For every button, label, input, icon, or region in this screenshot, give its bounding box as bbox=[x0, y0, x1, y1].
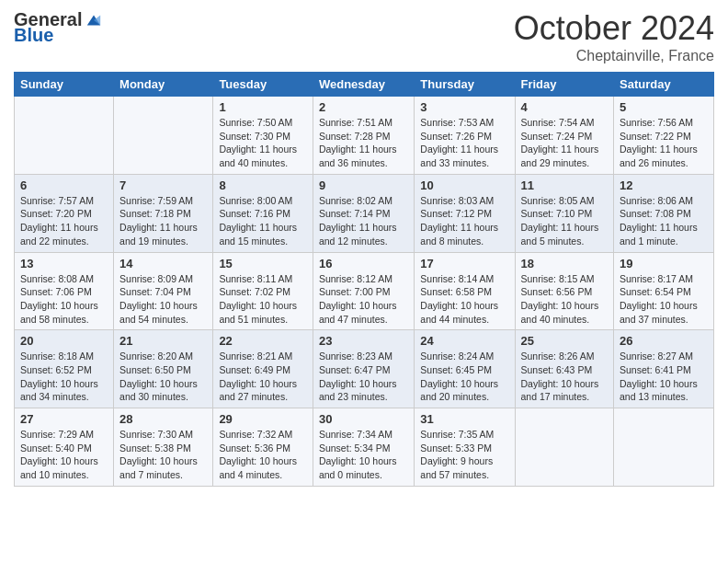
calendar-cell: 20Sunrise: 8:18 AMSunset: 6:52 PMDayligh… bbox=[15, 330, 114, 408]
day-number: 7 bbox=[119, 178, 207, 192]
day-number: 2 bbox=[319, 100, 408, 114]
day-number: 31 bbox=[420, 412, 508, 426]
day-info: Sunrise: 8:03 AMSunset: 7:12 PMDaylight:… bbox=[420, 194, 508, 248]
weekday-header-monday: Monday bbox=[114, 73, 213, 97]
day-info: Sunrise: 7:56 AMSunset: 7:22 PMDaylight:… bbox=[620, 116, 708, 170]
day-info: Sunrise: 7:32 AMSunset: 5:36 PMDaylight:… bbox=[219, 428, 307, 482]
day-number: 11 bbox=[521, 178, 609, 192]
day-number: 17 bbox=[420, 257, 508, 270]
day-number: 21 bbox=[119, 334, 207, 348]
weekday-header-wednesday: Wednesday bbox=[313, 73, 414, 97]
day-number: 10 bbox=[420, 178, 508, 192]
header: General Blue October 2024 Cheptainville,… bbox=[14, 9, 714, 64]
day-info: Sunrise: 8:12 AMSunset: 7:00 PMDaylight:… bbox=[319, 272, 408, 327]
weekday-header-row: SundayMondayTuesdayWednesdayThursdayFrid… bbox=[15, 73, 714, 97]
day-number: 15 bbox=[219, 257, 307, 270]
weekday-header-friday: Friday bbox=[515, 73, 614, 97]
day-number: 26 bbox=[620, 334, 708, 348]
day-info: Sunrise: 7:54 AMSunset: 7:24 PMDaylight:… bbox=[521, 116, 609, 170]
weekday-header-thursday: Thursday bbox=[415, 73, 515, 97]
calendar-cell: 23Sunrise: 8:23 AMSunset: 6:47 PMDayligh… bbox=[313, 330, 414, 408]
calendar-cell: 10Sunrise: 8:03 AMSunset: 7:12 PMDayligh… bbox=[415, 174, 515, 252]
day-info: Sunrise: 8:02 AMSunset: 7:14 PMDaylight:… bbox=[319, 194, 408, 248]
day-number: 4 bbox=[521, 100, 609, 114]
day-number: 18 bbox=[521, 257, 609, 270]
day-number: 1 bbox=[219, 100, 307, 114]
calendar-cell: 24Sunrise: 8:24 AMSunset: 6:45 PMDayligh… bbox=[415, 330, 515, 408]
day-number: 14 bbox=[119, 257, 207, 270]
page: General Blue October 2024 Cheptainville,… bbox=[0, 0, 728, 500]
calendar-cell: 30Sunrise: 7:34 AMSunset: 5:34 PMDayligh… bbox=[313, 408, 414, 487]
day-info: Sunrise: 8:26 AMSunset: 6:43 PMDaylight:… bbox=[521, 350, 609, 404]
day-number: 6 bbox=[20, 178, 108, 192]
day-info: Sunrise: 8:15 AMSunset: 6:56 PMDaylight:… bbox=[521, 272, 609, 327]
calendar-cell: 5Sunrise: 7:56 AMSunset: 7:22 PMDaylight… bbox=[614, 97, 714, 175]
title-area: October 2024 Cheptainville, France bbox=[514, 9, 714, 64]
calendar-cell: 16Sunrise: 8:12 AMSunset: 7:00 PMDayligh… bbox=[313, 252, 414, 330]
day-info: Sunrise: 7:59 AMSunset: 7:18 PMDaylight:… bbox=[119, 194, 207, 248]
calendar-cell: 8Sunrise: 8:00 AMSunset: 7:16 PMDaylight… bbox=[213, 174, 313, 252]
day-info: Sunrise: 7:57 AMSunset: 7:20 PMDaylight:… bbox=[20, 194, 108, 248]
calendar-cell: 11Sunrise: 8:05 AMSunset: 7:10 PMDayligh… bbox=[515, 174, 614, 252]
day-info: Sunrise: 8:27 AMSunset: 6:41 PMDaylight:… bbox=[620, 350, 708, 404]
logo: General Blue bbox=[14, 9, 102, 46]
day-number: 22 bbox=[219, 334, 307, 348]
calendar-cell: 2Sunrise: 7:51 AMSunset: 7:28 PMDaylight… bbox=[313, 97, 414, 175]
day-number: 16 bbox=[319, 257, 408, 270]
day-number: 8 bbox=[219, 178, 307, 192]
day-number: 28 bbox=[119, 412, 207, 426]
calendar-cell: 22Sunrise: 8:21 AMSunset: 6:49 PMDayligh… bbox=[213, 330, 313, 408]
calendar-cell: 14Sunrise: 8:09 AMSunset: 7:04 PMDayligh… bbox=[114, 252, 213, 330]
day-info: Sunrise: 8:23 AMSunset: 6:47 PMDaylight:… bbox=[319, 350, 408, 404]
day-number: 12 bbox=[620, 178, 708, 192]
day-info: Sunrise: 8:08 AMSunset: 7:06 PMDaylight:… bbox=[20, 272, 108, 327]
day-number: 25 bbox=[521, 334, 609, 348]
calendar-cell: 19Sunrise: 8:17 AMSunset: 6:54 PMDayligh… bbox=[614, 252, 714, 330]
location-subtitle: Cheptainville, France bbox=[514, 48, 714, 64]
day-info: Sunrise: 8:09 AMSunset: 7:04 PMDaylight:… bbox=[119, 272, 207, 327]
calendar-cell bbox=[114, 97, 213, 175]
day-number: 29 bbox=[219, 412, 307, 426]
calendar-cell: 18Sunrise: 8:15 AMSunset: 6:56 PMDayligh… bbox=[515, 252, 614, 330]
calendar-cell: 29Sunrise: 7:32 AMSunset: 5:36 PMDayligh… bbox=[213, 408, 313, 487]
day-number: 30 bbox=[319, 412, 408, 426]
day-number: 24 bbox=[420, 334, 508, 348]
calendar-cell: 15Sunrise: 8:11 AMSunset: 7:02 PMDayligh… bbox=[213, 252, 313, 330]
day-info: Sunrise: 7:34 AMSunset: 5:34 PMDaylight:… bbox=[319, 428, 408, 482]
calendar-cell: 25Sunrise: 8:26 AMSunset: 6:43 PMDayligh… bbox=[515, 330, 614, 408]
day-info: Sunrise: 8:06 AMSunset: 7:08 PMDaylight:… bbox=[620, 194, 708, 248]
day-number: 23 bbox=[319, 334, 408, 348]
day-number: 9 bbox=[319, 178, 408, 192]
calendar-cell: 21Sunrise: 8:20 AMSunset: 6:50 PMDayligh… bbox=[114, 330, 213, 408]
calendar-week-5: 27Sunrise: 7:29 AMSunset: 5:40 PMDayligh… bbox=[15, 408, 714, 487]
calendar-cell bbox=[515, 408, 614, 487]
day-info: Sunrise: 8:24 AMSunset: 6:45 PMDaylight:… bbox=[420, 350, 508, 404]
day-number: 19 bbox=[620, 257, 708, 270]
calendar-cell: 6Sunrise: 7:57 AMSunset: 7:20 PMDaylight… bbox=[15, 174, 114, 252]
calendar-cell: 28Sunrise: 7:30 AMSunset: 5:38 PMDayligh… bbox=[114, 408, 213, 487]
calendar-cell: 17Sunrise: 8:14 AMSunset: 6:58 PMDayligh… bbox=[415, 252, 515, 330]
day-number: 13 bbox=[20, 257, 108, 270]
calendar-cell: 7Sunrise: 7:59 AMSunset: 7:18 PMDaylight… bbox=[114, 174, 213, 252]
day-info: Sunrise: 8:11 AMSunset: 7:02 PMDaylight:… bbox=[219, 272, 307, 327]
day-info: Sunrise: 8:21 AMSunset: 6:49 PMDaylight:… bbox=[219, 350, 307, 404]
day-info: Sunrise: 8:18 AMSunset: 6:52 PMDaylight:… bbox=[20, 350, 108, 404]
calendar-cell: 26Sunrise: 8:27 AMSunset: 6:41 PMDayligh… bbox=[614, 330, 714, 408]
day-info: Sunrise: 7:35 AMSunset: 5:33 PMDaylight:… bbox=[420, 428, 508, 482]
calendar-week-1: 1Sunrise: 7:50 AMSunset: 7:30 PMDaylight… bbox=[15, 97, 714, 175]
calendar-week-2: 6Sunrise: 7:57 AMSunset: 7:20 PMDaylight… bbox=[15, 174, 714, 252]
calendar-cell: 3Sunrise: 7:53 AMSunset: 7:26 PMDaylight… bbox=[415, 97, 515, 175]
logo-blue-text: Blue bbox=[14, 25, 53, 46]
day-number: 3 bbox=[420, 100, 508, 114]
day-info: Sunrise: 7:53 AMSunset: 7:26 PMDaylight:… bbox=[420, 116, 508, 170]
calendar-week-3: 13Sunrise: 8:08 AMSunset: 7:06 PMDayligh… bbox=[15, 252, 714, 330]
weekday-header-saturday: Saturday bbox=[614, 73, 714, 97]
weekday-header-sunday: Sunday bbox=[15, 73, 114, 97]
weekday-header-tuesday: Tuesday bbox=[213, 73, 313, 97]
calendar-cell: 4Sunrise: 7:54 AMSunset: 7:24 PMDaylight… bbox=[515, 97, 614, 175]
calendar-cell: 12Sunrise: 8:06 AMSunset: 7:08 PMDayligh… bbox=[614, 174, 714, 252]
day-info: Sunrise: 7:51 AMSunset: 7:28 PMDaylight:… bbox=[319, 116, 408, 170]
day-info: Sunrise: 7:29 AMSunset: 5:40 PMDaylight:… bbox=[20, 428, 108, 482]
calendar-cell: 27Sunrise: 7:29 AMSunset: 5:40 PMDayligh… bbox=[15, 408, 114, 487]
month-title: October 2024 bbox=[514, 9, 714, 48]
